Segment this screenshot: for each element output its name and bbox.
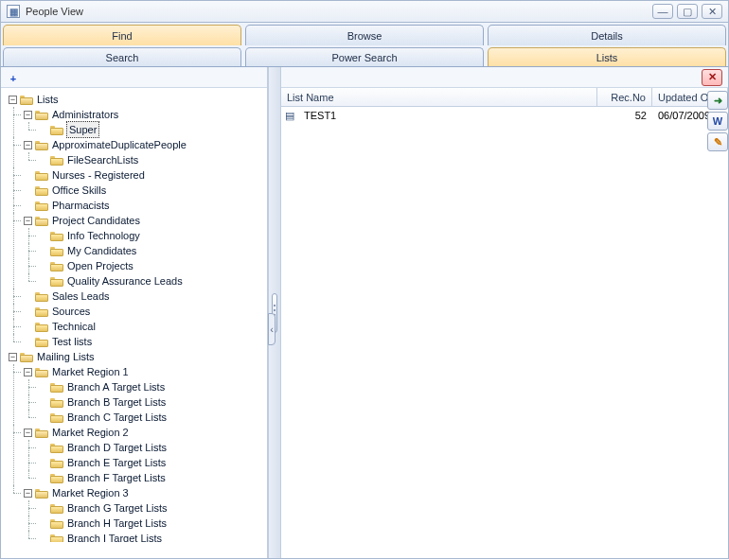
tree-toggle[interactable]: −	[9, 353, 17, 361]
tree-node-label: Sales Leads	[51, 289, 111, 304]
export-icon: ➜	[714, 95, 722, 107]
tree-node-label: My Candidates	[66, 243, 137, 258]
tab-browse[interactable]: Browse	[245, 25, 484, 45]
tree-node[interactable]: My Candidates	[39, 243, 265, 258]
add-list-button[interactable]: +	[5, 69, 22, 86]
tree-node-label: Pharmacists	[51, 198, 111, 213]
folder-icon	[35, 201, 48, 211]
folder-icon	[50, 534, 63, 543]
tree-toggle-placeholder	[39, 262, 47, 271]
tree-node[interactable]: Info Technology	[39, 228, 265, 243]
tree-node[interactable]: −Administrators	[24, 107, 265, 122]
folder-icon	[50, 397, 63, 408]
tree-node[interactable]: Branch D Target Lists	[39, 440, 265, 455]
tree-toggle[interactable]: −	[24, 429, 32, 437]
tree-node-label: Office Skills	[51, 183, 107, 198]
tree-node[interactable]: Branch A Target Lists	[39, 379, 265, 394]
folder-icon	[20, 352, 33, 362]
tree-node[interactable]: Branch F Target Lists	[39, 470, 265, 485]
open-button[interactable]: ✎	[707, 132, 728, 151]
folder-icon	[50, 261, 63, 271]
tree-node-label: Branch C Target Lists	[66, 410, 168, 425]
tree-node[interactable]: −Market Region 1	[24, 364, 265, 379]
tree-toggle-placeholder	[24, 171, 32, 180]
minimize-button[interactable]: —	[652, 4, 673, 19]
tree-node-label: Branch A Target Lists	[66, 379, 166, 394]
folder-icon	[50, 458, 63, 468]
tree-toggle-placeholder	[24, 292, 32, 301]
tree-node[interactable]: Pharmacists	[24, 198, 265, 213]
tab-label: Lists	[596, 52, 618, 63]
tree-node[interactable]: −ApproximateDuplicatePeople	[24, 137, 265, 152]
col-rec-no[interactable]: Rec.No	[597, 88, 652, 106]
tree-node-label: Nurses - Registered	[51, 167, 146, 183]
tree-node[interactable]: Sales Leads	[24, 289, 265, 304]
col-label: Updated On	[658, 92, 714, 103]
maximize-button[interactable]: ▢	[677, 4, 698, 19]
tree-node[interactable]: Branch E Target Lists	[39, 455, 265, 470]
content-area: + −Lists−AdministratorsSuper−Approximate…	[0, 67, 729, 559]
tree-node[interactable]: Technical	[24, 319, 265, 334]
tree-node[interactable]: Super	[39, 122, 265, 137]
tree-node-label: Branch D Target Lists	[66, 440, 168, 455]
folder-icon	[35, 185, 48, 196]
tree-toggle[interactable]: −	[24, 368, 32, 376]
folder-icon	[35, 428, 48, 438]
tree-node[interactable]: Nurses - Registered	[24, 167, 265, 183]
tree-node[interactable]: −Market Region 3	[24, 485, 265, 500]
col-list-name[interactable]: List Name	[281, 88, 597, 106]
tree-root[interactable]: −Lists	[9, 92, 265, 107]
close-window-button[interactable]: ✕	[702, 4, 722, 19]
tree-node[interactable]: Sources	[24, 304, 265, 319]
tree-node[interactable]: Branch C Target Lists	[39, 410, 265, 425]
cell-rec-no: 52	[597, 110, 652, 121]
tree-node[interactable]: −Project Candidates	[24, 213, 265, 228]
tab-lists[interactable]: Lists	[488, 47, 726, 66]
app-icon: ▦	[7, 5, 20, 18]
tree-node[interactable]: Office Skills	[24, 183, 265, 198]
word-icon: W	[713, 115, 722, 127]
tree-toggle[interactable]: −	[24, 111, 32, 119]
tree-toggle[interactable]: −	[24, 489, 32, 498]
tree-toggle[interactable]: −	[9, 96, 17, 104]
tree-toggle-placeholder	[24, 186, 32, 195]
tree-node-label: Test lists	[51, 334, 93, 349]
tree-node[interactable]: Quality Assurance Leads	[39, 273, 265, 289]
tree-node-label: Open Projects	[66, 258, 134, 273]
tree-node[interactable]: Open Projects	[39, 258, 265, 273]
delete-button[interactable]: ✕	[702, 69, 722, 86]
tab-details[interactable]: Details	[488, 25, 726, 45]
word-export-button[interactable]: W	[707, 112, 728, 131]
tree-node-label: FileSearchLists	[66, 152, 139, 167]
tree-node[interactable]: Branch H Target Lists	[39, 516, 265, 531]
tree-node[interactable]: −Market Region 2	[24, 425, 265, 440]
tab-find[interactable]: Find	[3, 25, 241, 45]
tree-root[interactable]: −Mailing Lists	[9, 349, 265, 364]
table-row[interactable]: ▤TEST15206/07/2009	[281, 107, 728, 124]
tree-node[interactable]: Test lists	[24, 334, 265, 349]
tree-node[interactable]: Branch B Target Lists	[39, 394, 265, 410]
grid-toolbar: ✕	[281, 67, 728, 88]
folder-icon	[20, 95, 33, 105]
cell-list-name: TEST1	[298, 110, 597, 121]
lists-tree[interactable]: −Lists−AdministratorsSuper−ApproximateDu…	[1, 88, 267, 542]
tree-node[interactable]: Branch I Target Lists	[39, 531, 265, 542]
tree-toggle[interactable]: −	[24, 217, 32, 225]
tree-toggle-placeholder	[39, 519, 47, 528]
tree-toggle-placeholder	[24, 201, 32, 210]
folder-icon	[50, 231, 63, 241]
tree-toggle[interactable]: −	[24, 141, 32, 149]
tree-node[interactable]: Branch G Target Lists	[39, 500, 265, 516]
tree-node-label: Branch H Target Lists	[66, 516, 168, 531]
splitter[interactable]: ‹	[268, 67, 281, 558]
tree-toggle-placeholder	[39, 444, 47, 452]
export-button[interactable]: ➜	[707, 91, 728, 110]
tree-node-label: Market Region 3	[51, 485, 130, 500]
folder-icon	[50, 276, 63, 287]
tab-power-search[interactable]: Power Search	[245, 47, 484, 66]
tab-search[interactable]: Search	[3, 47, 241, 66]
tree-node[interactable]: FileSearchLists	[39, 152, 265, 167]
tree-node-label: Technical	[51, 319, 97, 334]
collapse-left-button[interactable]: ‹	[268, 313, 276, 345]
tree-pane: + −Lists−AdministratorsSuper−Approximate…	[1, 67, 268, 558]
